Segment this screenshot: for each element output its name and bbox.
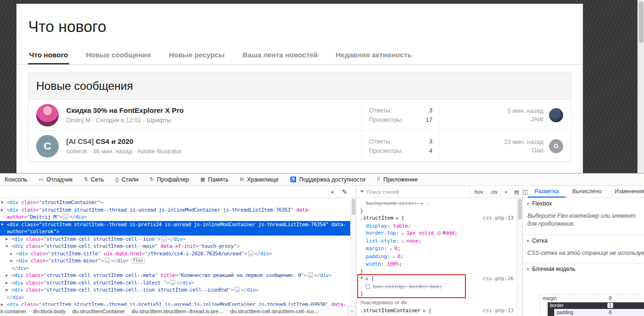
latest-user[interactable]: JAW <box>508 115 543 124</box>
expand-twisty-icon[interactable]: ▶ <box>6 286 8 294</box>
property-value[interactable]: #ddd <box>442 230 455 236</box>
shorthand-expander-icon[interactable]: ▸ <box>390 247 394 251</box>
sidebar-tab[interactable]: Разметка <box>528 186 565 198</box>
stylesheet-link[interactable]: css.php:13 <box>483 307 514 315</box>
css-property[interactable]: width: 100%; <box>356 261 522 268</box>
stylesheet-link[interactable]: css.php:13 <box>483 214 514 222</box>
shorthand-expander-icon[interactable]: ▸ <box>402 231 407 236</box>
property-name[interactable]: padding <box>366 253 387 260</box>
property-value[interactable]: 100% <box>387 261 399 267</box>
three-pane-toggle-icon[interactable]: ◫ <box>523 186 528 198</box>
markup-node-line[interactable]: ▶<div class="structItem-minor">…</div>fl… <box>0 257 356 265</box>
thread-title-text[interactable]: Скидка 30% на FontExplorer X Pro <box>66 106 184 114</box>
markup-node-line[interactable]: ▼<div class="structItem-cell structItem-… <box>0 243 356 250</box>
devtools-tab[interactable]: ⊟Хранилище <box>240 176 279 183</box>
markup-node-line[interactable]: </div> <box>0 265 356 272</box>
css-property[interactable]: list-style: ▸ none; <box>356 237 522 245</box>
collapsed-children-ellipsis[interactable]: … <box>63 214 68 220</box>
expand-twisty-icon[interactable]: ▶ <box>6 279 8 287</box>
property-name[interactable]: border-top <box>366 230 396 236</box>
page-scrollbar[interactable] <box>637 0 644 173</box>
breadcrumb-item[interactable]: div.structItem.structItem--thread.is-pre… <box>128 308 227 314</box>
markup-node-line[interactable]: ▶<div class="structItem-cell structItem-… <box>0 272 356 279</box>
expand-twisty-icon[interactable]: ▶ <box>10 250 13 258</box>
page-tab[interactable]: Новые сообщения <box>85 47 152 64</box>
breadcrumb-item[interactable]: div.block-body <box>30 308 69 314</box>
expand-twisty-icon[interactable]: ▼ <box>6 243 8 250</box>
collapsed-children-ellipsis[interactable]: … <box>235 287 240 292</box>
page-tab[interactable]: Ваша лента новостей <box>242 47 319 64</box>
css-property[interactable]: box-sizing: border-box; <box>356 283 522 291</box>
collapsed-children-ellipsis[interactable]: … <box>161 236 166 242</box>
eyedropper-icon[interactable]: ✎ <box>340 188 349 196</box>
property-toggle-checkbox[interactable] <box>366 284 370 289</box>
devtools-tab[interactable]: ▦Память <box>200 176 228 183</box>
toggle-classes-button[interactable]: .cls <box>487 186 501 198</box>
add-node-button[interactable]: + <box>328 188 337 196</box>
toggle-pseudo-classes-button[interactable]: :hov <box>470 186 487 198</box>
page-scrollbar-thumb[interactable] <box>639 1 644 43</box>
property-value[interactable]: none <box>407 238 419 244</box>
latest-avatar[interactable]: G <box>549 139 563 153</box>
devtools-tab[interactable]: {}Стили <box>115 176 138 183</box>
devtools-tab[interactable]: ▭Отладчик <box>39 176 72 183</box>
expand-twisty-icon[interactable]: ▼ <box>1 221 3 229</box>
expand-twisty-icon[interactable]: ▶ <box>10 257 13 265</box>
color-swatch[interactable] <box>437 231 441 235</box>
devtools-tab[interactable]: ♿Поддержка доступности <box>290 176 366 183</box>
expand-twisty-icon[interactable]: ▶ <box>6 272 8 279</box>
margin-top-value[interactable]: 0 <box>609 296 612 301</box>
css-property[interactable]: padding: ▸ 0; <box>356 253 522 261</box>
border-top-value[interactable]: 1 <box>607 303 613 308</box>
shorthand-expander-icon[interactable]: ▸ <box>402 239 407 244</box>
page-tab[interactable]: Что нового <box>28 47 69 64</box>
rules-scrollbar[interactable] <box>517 198 522 316</box>
grid-section-header[interactable]: ▾ Сетка <box>523 235 644 246</box>
sidebar-tab[interactable]: Изменения <box>608 186 644 198</box>
property-name[interactable]: margin <box>366 245 384 252</box>
rules-scrollbar-thumb[interactable] <box>518 199 522 220</box>
property-value[interactable]: table <box>393 223 408 229</box>
page-tab[interactable]: Новые ресурсы <box>168 47 226 64</box>
devtools-tab[interactable]: ⇅Сеть <box>84 176 104 183</box>
thread-avatar[interactable] <box>36 104 59 126</box>
collapsed-children-ellipsis[interactable]: … <box>170 280 175 285</box>
breadcrumb-item[interactable]: div.block-container <box>0 308 30 314</box>
print-simulation-icon[interactable]: ▤ <box>511 186 522 198</box>
css-selector[interactable]: .structItem <box>360 215 393 221</box>
markup-node-line[interactable]: ▶<div class="structItem-cell structItem-… <box>0 279 356 287</box>
thread-row[interactable]: Скидка 30% на FontExplorer X ProDmitrij … <box>29 100 571 131</box>
flexbox-section-header[interactable]: ▾ Flexbox <box>523 198 644 209</box>
thread-title[interactable]: [AI CS4] CS4 и 2020 <box>66 137 354 145</box>
expand-twisty-icon[interactable]: ▶ <box>6 236 8 243</box>
css-property[interactable]: display: table; <box>356 222 522 230</box>
latest-avatar[interactable] <box>549 108 563 122</box>
markup-node-line[interactable]: ▶<div class="structItem-cell structItem-… <box>0 236 356 243</box>
expand-twisty-icon[interactable]: ▶ <box>1 206 3 214</box>
property-name[interactable]: box-sizing <box>373 284 403 290</box>
breadcrumb-item[interactable]: div.structItemContainer <box>69 308 128 314</box>
thread-title-text[interactable]: CS4 и 2020 <box>96 137 134 145</box>
devtools-tab[interactable]: Консоль <box>5 176 27 183</box>
css-property[interactable]: border-top: ▸ 1px solid #ddd; <box>356 229 522 237</box>
markup-node-line[interactable]: ▶<div class="structItem-cell structItem-… <box>0 286 356 294</box>
add-rule-button[interactable]: + <box>501 186 510 198</box>
devtools-tab[interactable]: ↻Профайлер <box>150 176 189 183</box>
markup-node-line[interactable]: ▶<div class="structItem-title" uix-data-… <box>0 250 356 258</box>
thread-avatar[interactable]: C <box>36 135 59 158</box>
property-name[interactable]: display <box>366 223 387 229</box>
css-property[interactable]: margin: ▸ 0; <box>356 245 522 253</box>
property-value[interactable]: 1px solid <box>407 230 437 236</box>
css-selector[interactable]: * <box>360 276 363 282</box>
padding-top-value[interactable]: 0 <box>609 310 612 315</box>
property-name[interactable]: background-color <box>366 200 414 206</box>
collapsed-children-ellipsis[interactable]: … <box>308 272 313 278</box>
markup-scrollbar[interactable] <box>350 198 356 306</box>
property-value[interactable]: border-box <box>409 284 439 290</box>
box-model-section-header[interactable]: ▾ Блочная модель <box>523 263 644 275</box>
property-name[interactable]: width <box>366 261 381 267</box>
breadcrumb-item[interactable]: div.structItem-cell.structItem-cell--ico… <box>227 308 322 314</box>
sidebar-tab[interactable]: Вычислено <box>565 186 608 198</box>
latest-user[interactable]: Gad <box>504 146 543 155</box>
stylesheet-link[interactable]: css.php:26 <box>483 275 514 283</box>
